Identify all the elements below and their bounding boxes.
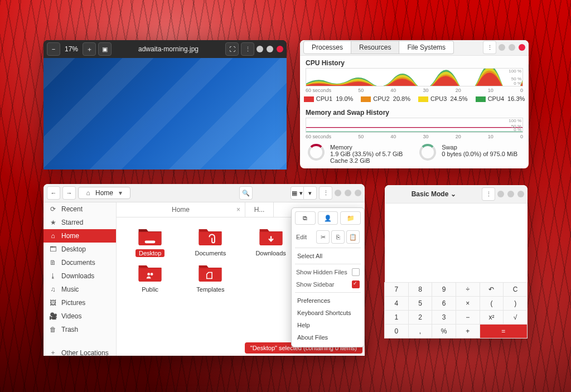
- calc-key-)[interactable]: ): [503, 296, 528, 311]
- zoom-in-button[interactable]: ＋: [83, 42, 96, 56]
- copy-button[interactable]: ⎘: [331, 230, 345, 244]
- menu-shortcuts[interactable]: Keyboard Shortcuts: [295, 307, 361, 319]
- calc-key-8[interactable]: 8: [408, 282, 433, 297]
- sidebar-item-starred[interactable]: ★Starred: [43, 216, 116, 229]
- sidebar-item-videos[interactable]: 🎥Videos: [43, 309, 116, 323]
- minimize-window-button[interactable]: [497, 191, 504, 197]
- sidebar-icon: 🎥: [49, 312, 57, 320]
- image-viewer-window-controls: [257, 46, 283, 52]
- calc-key-6[interactable]: 6: [432, 296, 456, 311]
- memory-item: Memory 1.9 GiB (33.5%) of 5.7 GiB Cache …: [308, 144, 403, 164]
- calc-key-−[interactable]: −: [456, 310, 480, 325]
- breadcrumb[interactable]: ⌂ Home ▾: [78, 187, 130, 199]
- minimize-window-button[interactable]: [335, 190, 341, 196]
- folder-icon: [255, 223, 287, 248]
- calc-key-3[interactable]: 3: [432, 310, 456, 325]
- cut-button[interactable]: ✂: [316, 230, 330, 244]
- folder-icon: [134, 223, 166, 248]
- menu-about[interactable]: About Files: [295, 331, 361, 343]
- tab-filesystems[interactable]: File Systems: [399, 41, 454, 54]
- calc-key-%[interactable]: %: [432, 324, 456, 338]
- calc-mode-selector[interactable]: Basic Mode ⌄: [412, 190, 457, 198]
- folder-icon: [195, 223, 226, 248]
- calc-key-1[interactable]: 1: [384, 310, 409, 325]
- folder-label: Public: [138, 285, 162, 293]
- folder-public[interactable]: Public: [120, 259, 180, 293]
- sidebar-item-recent[interactable]: ⟳Recent: [43, 202, 116, 216]
- calc-key-0[interactable]: 0: [384, 324, 409, 338]
- sidebar-item-downloads[interactable]: ⭳Downloads: [43, 269, 116, 283]
- menu-preferences[interactable]: Preferences: [295, 294, 361, 307]
- calc-key-([interactable]: (: [480, 296, 504, 311]
- calculator-menu[interactable]: ⋮: [482, 187, 495, 201]
- zoom-fit-button[interactable]: ▣: [98, 42, 112, 56]
- cpu-legend: CPU1 19.0%CPU2 20.8%CPU3 24.5%CPU4 16.3%: [300, 95, 529, 102]
- close-window-button[interactable]: [517, 191, 524, 197]
- zoom-out-button[interactable]: −: [47, 42, 60, 56]
- chevron-down-icon: ▾: [117, 189, 124, 197]
- nav-forward-button[interactable]: →: [62, 186, 76, 200]
- calc-key-4[interactable]: 4: [384, 296, 409, 311]
- calc-key-C[interactable]: C: [503, 282, 528, 297]
- calc-key-√[interactable]: √: [503, 310, 528, 325]
- maximize-window-button[interactable]: [509, 44, 515, 51]
- files-tab-partial[interactable]: H...: [245, 202, 274, 217]
- calc-key-9[interactable]: 9: [432, 282, 456, 297]
- calc-key-=[interactable]: =: [480, 324, 528, 338]
- swap-item: Swap 0 bytes (0.0%) of 975.0 MiB: [419, 144, 517, 164]
- svg-rect-2: [145, 240, 156, 243]
- sidebar-item-documents[interactable]: 🗎Documents: [43, 256, 116, 269]
- nav-back-button[interactable]: ←: [47, 186, 60, 200]
- files-menu-button[interactable]: ⋮: [319, 186, 332, 200]
- paste-button[interactable]: 📋: [346, 230, 360, 244]
- search-button[interactable]: 🔍: [239, 186, 253, 200]
- maximize-window-button[interactable]: [267, 46, 273, 52]
- maximize-window-button[interactable]: [345, 190, 351, 196]
- close-window-button[interactable]: [355, 190, 361, 196]
- files-tab-home[interactable]: Home ×: [117, 202, 245, 217]
- calc-key-↶[interactable]: ↶: [480, 282, 504, 297]
- new-tab-button[interactable]: ⧉: [295, 211, 316, 225]
- svg-point-4: [147, 273, 150, 275]
- maximize-window-button[interactable]: [507, 191, 514, 197]
- new-window-button[interactable]: 👤: [318, 211, 338, 225]
- sidebar-item-other-locations[interactable]: ＋Other Locations: [43, 345, 116, 356]
- hidden-checkbox[interactable]: [352, 268, 360, 276]
- minimize-window-button[interactable]: [499, 44, 505, 51]
- sidebar-item-pictures[interactable]: 🖼Pictures: [43, 296, 116, 309]
- close-window-button[interactable]: [277, 46, 283, 52]
- zoom-level: 17%: [62, 45, 80, 53]
- system-monitor-menu[interactable]: ⋮: [483, 41, 496, 54]
- menu-show-sidebar[interactable]: Show Sidebar: [295, 278, 361, 291]
- fullscreen-button[interactable]: ⛶: [225, 42, 239, 56]
- image-viewer-menu[interactable]: ⋮: [241, 42, 254, 56]
- list-view-button[interactable]: ▾: [304, 186, 317, 200]
- grid-view-button[interactable]: ▦ ▾: [291, 186, 304, 200]
- minimize-window-button[interactable]: [257, 46, 263, 52]
- calc-key-2[interactable]: 2: [408, 310, 433, 325]
- calc-key-÷[interactable]: ÷: [456, 282, 480, 297]
- folder-templates[interactable]: Templates: [180, 259, 240, 293]
- menu-show-hidden[interactable]: Show Hidden Files: [295, 266, 361, 278]
- new-folder-button[interactable]: 📁: [340, 211, 361, 225]
- close-tab-button[interactable]: ×: [236, 206, 240, 214]
- tab-resources[interactable]: Resources: [351, 41, 399, 54]
- sidebar-checkbox[interactable]: [352, 280, 360, 288]
- folder-desktop[interactable]: Desktop: [120, 223, 180, 257]
- sidebar-icon: 🗎: [49, 259, 57, 267]
- menu-help[interactable]: Help: [295, 319, 361, 331]
- sidebar-item-desktop[interactable]: 🗔Desktop: [43, 243, 116, 256]
- calc-key-5[interactable]: 5: [408, 296, 433, 311]
- calc-key-,[interactable]: ,: [408, 324, 433, 338]
- calc-key-x²[interactable]: x²: [480, 310, 504, 325]
- calc-key-×[interactable]: ×: [456, 296, 480, 311]
- close-window-button[interactable]: [519, 44, 525, 51]
- tab-processes[interactable]: Processes: [303, 41, 351, 54]
- sidebar-item-trash[interactable]: 🗑Trash: [43, 323, 116, 336]
- folder-documents[interactable]: Documents: [180, 223, 240, 257]
- sidebar-item-home[interactable]: ⌂Home: [43, 229, 116, 243]
- menu-select-all[interactable]: Select All: [295, 250, 361, 262]
- sidebar-item-music[interactable]: ♫Music: [43, 283, 116, 296]
- calc-key-+[interactable]: +: [456, 324, 480, 338]
- calc-key-7[interactable]: 7: [384, 282, 409, 297]
